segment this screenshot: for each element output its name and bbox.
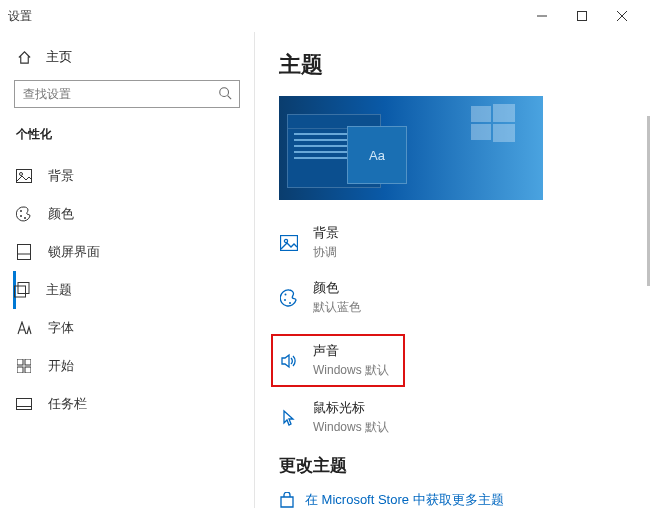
window-controls — [522, 0, 642, 32]
option-sounds[interactable]: 声音Windows 默认 — [271, 334, 405, 387]
svg-rect-11 — [18, 245, 31, 260]
sidebar-item-label: 开始 — [48, 357, 74, 375]
sidebar-item-label: 主题 — [46, 281, 72, 299]
svg-rect-12 — [18, 254, 31, 260]
svg-point-10 — [24, 217, 26, 219]
main-content: 主题 Aa 背景协调 颜色默认蓝色 声音Windows 默认 鼠标光标Windo — [255, 32, 650, 508]
svg-point-22 — [284, 239, 287, 242]
theme-icon — [14, 282, 30, 298]
svg-rect-18 — [25, 367, 31, 373]
taskbar-icon — [16, 398, 32, 410]
svg-point-24 — [284, 299, 286, 301]
sidebar-item-taskbar[interactable]: 任务栏 — [14, 385, 254, 423]
option-sub: Windows 默认 — [313, 362, 389, 379]
svg-line-5 — [228, 96, 232, 100]
option-sub: 默认蓝色 — [313, 299, 361, 316]
option-title: 颜色 — [313, 279, 361, 297]
maximize-button[interactable] — [562, 0, 602, 32]
sidebar-item-background[interactable]: 背景 — [14, 157, 254, 195]
option-title: 背景 — [313, 224, 339, 242]
palette-icon — [279, 289, 299, 307]
titlebar: 设置 — [0, 0, 650, 32]
svg-rect-15 — [17, 359, 23, 365]
sidebar: 主页 个性化 背景 颜色 锁屏界面 主题 字体 开始 — [0, 32, 255, 508]
search-icon — [218, 86, 232, 100]
sidebar-item-label: 任务栏 — [48, 395, 87, 413]
option-title: 声音 — [313, 342, 389, 360]
store-link-label: 在 Microsoft Store 中获取更多主题 — [305, 491, 504, 508]
picture-icon — [279, 235, 299, 251]
font-icon — [16, 321, 32, 335]
start-icon — [16, 359, 32, 373]
sidebar-item-label: 字体 — [48, 319, 74, 337]
search-field[interactable] — [14, 80, 240, 108]
palette-icon — [16, 206, 32, 222]
svg-rect-1 — [578, 12, 587, 21]
sound-icon — [279, 352, 299, 370]
close-button[interactable] — [602, 0, 642, 32]
option-sub: 协调 — [313, 244, 339, 261]
sidebar-item-label: 背景 — [48, 167, 74, 185]
home-icon — [16, 50, 32, 65]
preview-accent: Aa — [347, 126, 407, 184]
svg-rect-19 — [17, 399, 32, 410]
theme-preview[interactable]: Aa — [279, 96, 543, 200]
svg-point-9 — [20, 215, 22, 217]
svg-rect-21 — [281, 235, 298, 250]
sidebar-item-label: 锁屏界面 — [48, 243, 100, 261]
app-title: 设置 — [8, 8, 522, 25]
search-input[interactable] — [14, 80, 240, 108]
option-sub: Windows 默认 — [313, 419, 389, 436]
change-theme-heading: 更改主题 — [279, 454, 650, 477]
sidebar-item-start[interactable]: 开始 — [14, 347, 254, 385]
sidebar-item-themes[interactable]: 主题 — [13, 271, 254, 309]
svg-rect-13 — [15, 286, 26, 297]
svg-point-7 — [20, 173, 23, 176]
minimize-button[interactable] — [522, 0, 562, 32]
lockscreen-icon — [16, 244, 32, 260]
sidebar-item-fonts[interactable]: 字体 — [14, 309, 254, 347]
picture-icon — [16, 169, 32, 183]
svg-point-4 — [220, 88, 229, 97]
option-background[interactable]: 背景协调 — [279, 224, 650, 261]
section-title: 个性化 — [14, 126, 254, 143]
svg-rect-17 — [17, 367, 23, 373]
windows-logo-icon — [471, 104, 515, 142]
cursor-icon — [279, 409, 299, 427]
option-colors[interactable]: 颜色默认蓝色 — [279, 279, 650, 316]
svg-rect-14 — [18, 283, 29, 294]
sidebar-item-colors[interactable]: 颜色 — [14, 195, 254, 233]
home-link[interactable]: 主页 — [14, 44, 254, 80]
svg-rect-6 — [17, 170, 32, 183]
svg-point-8 — [20, 210, 22, 212]
option-title: 鼠标光标 — [313, 399, 389, 417]
option-cursor[interactable]: 鼠标光标Windows 默认 — [279, 399, 650, 436]
page-title: 主题 — [279, 50, 650, 80]
store-icon — [279, 492, 295, 508]
home-label: 主页 — [46, 48, 72, 66]
store-link[interactable]: 在 Microsoft Store 中获取更多主题 — [279, 491, 650, 508]
svg-rect-16 — [25, 359, 31, 365]
sidebar-item-label: 颜色 — [48, 205, 74, 223]
svg-point-25 — [289, 302, 291, 304]
sidebar-item-lockscreen[interactable]: 锁屏界面 — [14, 233, 254, 271]
svg-point-23 — [285, 293, 287, 295]
